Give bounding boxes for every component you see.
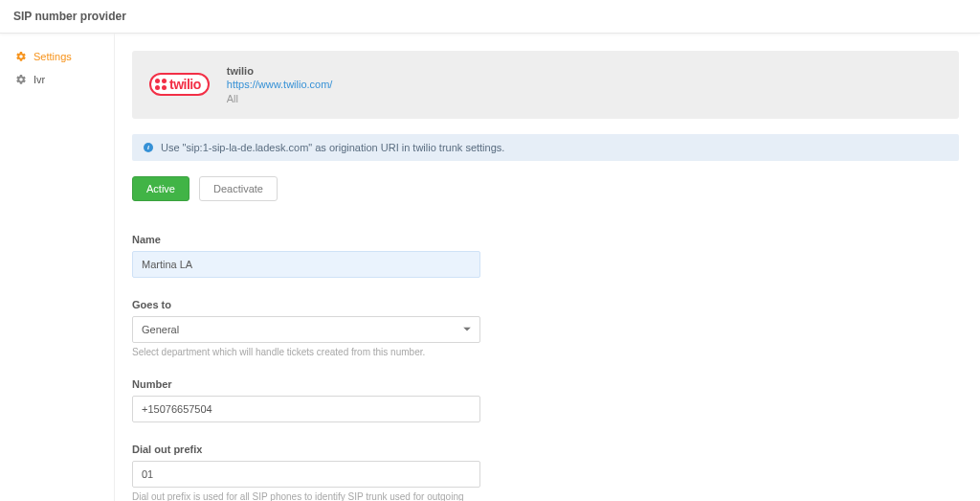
page-title: SIP number provider	[13, 10, 967, 23]
main-content: twilio twilio https://www.twilio.com/ Al…	[115, 34, 976, 501]
provider-scope: All	[227, 92, 333, 105]
active-button[interactable]: Active	[132, 176, 189, 201]
sidebar-item-label: Settings	[33, 51, 72, 62]
sidebar-item-ivr[interactable]: Ivr	[15, 74, 114, 85]
content-container: Settings Ivr twilio twilio https://www.t…	[0, 34, 980, 501]
dial-prefix-input[interactable]	[132, 461, 480, 488]
twilio-dots-icon	[155, 79, 167, 90]
field-name: Name	[132, 234, 480, 278]
page-header: SIP number provider	[0, 0, 980, 34]
sidebar-item-label: Ivr	[33, 74, 45, 85]
gear-icon	[15, 74, 27, 85]
goes-to-label: Goes to	[132, 299, 480, 310]
field-number: Number	[132, 378, 480, 422]
goes-to-select[interactable]: General	[132, 316, 480, 343]
info-icon: i	[144, 143, 153, 152]
field-dial-prefix: Dial out prefix Dial out prefix is used …	[132, 444, 480, 501]
sidebar: Settings Ivr	[0, 34, 115, 501]
provider-info: twilio https://www.twilio.com/ All	[227, 64, 333, 105]
twilio-logo-text: twilio	[169, 77, 201, 92]
goes-to-helper: Select department which will handle tick…	[132, 347, 480, 357]
name-input[interactable]	[132, 251, 480, 278]
number-input[interactable]	[132, 396, 480, 422]
info-banner: i Use "sip:1-sip-la-de.ladesk.com" as or…	[132, 134, 959, 161]
number-label: Number	[132, 378, 480, 390]
deactivate-button[interactable]: Deactivate	[199, 176, 278, 201]
info-text: Use "sip:1-sip-la-de.ladesk.com" as orig…	[161, 142, 504, 153]
provider-summary: twilio twilio https://www.twilio.com/ Al…	[132, 51, 959, 119]
goes-to-select-wrap: General	[132, 316, 480, 343]
gear-icon	[15, 51, 27, 62]
field-goes-to: Goes to General Select department which …	[132, 299, 480, 357]
provider-link[interactable]: https://www.twilio.com/	[227, 78, 333, 91]
dial-prefix-label: Dial out prefix	[132, 444, 480, 455]
status-buttons: Active Deactivate	[132, 176, 959, 201]
dial-prefix-helper: Dial out prefix is used for all SIP phon…	[132, 491, 480, 501]
name-label: Name	[132, 234, 480, 245]
sidebar-item-settings[interactable]: Settings	[15, 51, 114, 62]
twilio-logo: twilio	[149, 73, 210, 96]
provider-name: twilio	[227, 64, 333, 78]
